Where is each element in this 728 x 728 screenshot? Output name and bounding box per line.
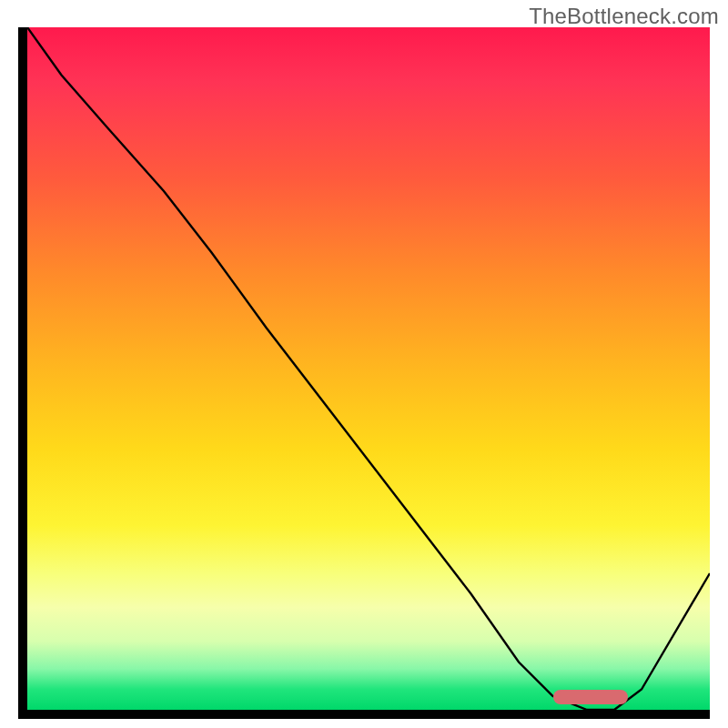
chart-root: TheBottleneck.com: [0, 0, 728, 728]
watermark-text: TheBottleneck.com: [529, 4, 719, 29]
curve-svg: [27, 27, 710, 710]
bottleneck-curve: [27, 27, 710, 710]
plot-area: [18, 27, 710, 719]
optimal-marker: [553, 690, 629, 704]
